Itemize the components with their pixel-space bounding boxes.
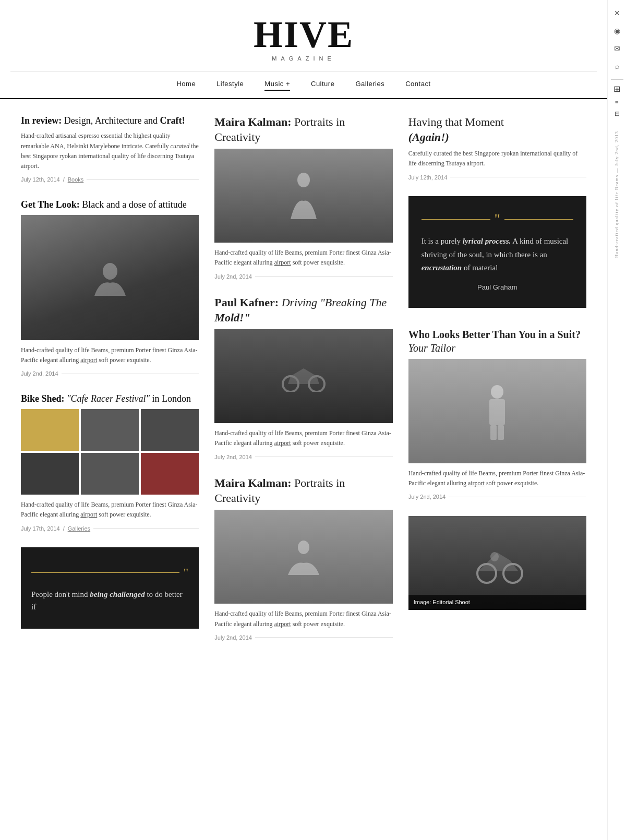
article-bike-shed-date: July 17th, 2014	[21, 524, 60, 533]
main-wrapper: HIVE MAGAZINE Home Lifestyle Music + Cul…	[0, 0, 607, 657]
nav-music[interactable]: Music +	[264, 79, 290, 91]
article-in-review-sep: /	[63, 175, 65, 184]
column-2: Maira Kalman: Portraits in Creativity Ha…	[214, 115, 392, 642]
main-nav: Home Lifestyle Music + Culture Galleries…	[0, 71, 607, 100]
article-maira-1-date: July 2nd, 2014	[214, 272, 252, 281]
column-1: In review: Design, Architecture and Craf…	[21, 115, 199, 642]
col3-quote-decoration: "	[422, 212, 573, 226]
article-get-the-look-image	[21, 215, 199, 340]
article-having-moment-date: July 12th, 2014	[408, 173, 448, 182]
grid-view-icon[interactable]: ⊞	[613, 83, 620, 95]
article-bike-shed-image-grid	[21, 409, 199, 495]
article-get-the-look-desc: Hand-crafted quality of life Beams, prem…	[21, 345, 199, 365]
col1-quote-line-left	[31, 572, 179, 573]
article-maira-2-date: July 2nd, 2014	[214, 633, 252, 642]
article-get-the-look: Get The Look: Black and a dose of attitu…	[21, 199, 199, 378]
list-view-icon[interactable]: ≡	[615, 98, 619, 107]
sidebar-vertical-text: Hand-crafted quality of life Beams — Jul…	[613, 131, 621, 258]
article-who-looks-better-meta: July 2nd, 2014	[408, 493, 586, 501]
article-in-review-meta: July 12th, 2014 / Books	[21, 175, 199, 184]
svg-rect-8	[498, 425, 504, 440]
view-toggle-icon[interactable]: ⊟	[615, 109, 620, 118]
grid-img-6	[141, 453, 199, 495]
article-bike-shed-desc: Hand-crafted quality of life Beams, prem…	[21, 500, 199, 520]
col3-quote-text: It is a purely lyrical process. A kind o…	[422, 235, 573, 275]
article-maira-1-image	[214, 149, 392, 243]
article-paul-kafner-image	[214, 329, 392, 423]
grid-img-2	[81, 409, 139, 451]
article-in-review-desc: Hand-crafted artisanal espresso essentia…	[21, 131, 199, 171]
svg-point-4	[298, 541, 309, 554]
article-get-the-look-meta: July 2nd, 2014	[21, 369, 199, 378]
article-bike-shed-title: Bike Shed: "Cafe Racer Festival" in Lond…	[21, 393, 199, 405]
article-in-review-category[interactable]: Books	[68, 175, 84, 184]
article-paul-kafner-meta: July 2nd, 2014	[214, 453, 392, 462]
grid-img-4	[21, 453, 79, 495]
site-subtitle: MAGAZINE	[10, 54, 597, 63]
article-paul-kafner-title: Paul Kafner: Driving "Breaking The Mold!…	[214, 295, 392, 325]
editorial-shoot-caption: Image: Editorial Shoot	[408, 595, 586, 610]
article-bike-shed-category[interactable]: Galleries	[68, 524, 90, 533]
col3-quote-line-left	[422, 219, 490, 220]
article-having-moment-desc: Carefully curated the best Singapore ryo…	[408, 149, 586, 169]
search-icon[interactable]: ⌕	[609, 58, 625, 74]
article-get-the-look-date: July 2nd, 2014	[21, 369, 58, 378]
site-title: HIVE	[10, 16, 597, 53]
col1-quote-block: " People don't mind being challenged to …	[21, 547, 199, 629]
article-paul-kafner-date: July 2nd, 2014	[214, 453, 252, 462]
article-maira-2-desc: Hand-crafted quality of life Beams, prem…	[214, 609, 392, 629]
grid-img-1	[21, 409, 79, 451]
rss-icon[interactable]: ◉	[609, 23, 625, 39]
article-in-review-date: July 12th, 2014	[21, 175, 60, 184]
col1-quote-text: People don't mind being challenged to do…	[31, 588, 188, 613]
col3-quote-author: Paul Graham	[422, 282, 573, 293]
svg-point-11	[490, 552, 499, 561]
nav-home[interactable]: Home	[176, 79, 196, 91]
article-maira-2-meta: July 2nd, 2014	[214, 633, 392, 642]
col1-quote-marks: "	[184, 563, 189, 582]
article-get-the-look-title: Get The Look: Black and a dose of attitu…	[21, 199, 199, 211]
col3-quote-marks: "	[495, 212, 500, 226]
sidebar-divider	[611, 79, 623, 80]
article-maira-1-desc: Hand-crafted quality of life Beams, prem…	[214, 248, 392, 268]
svg-point-5	[491, 385, 503, 399]
article-in-review: In review: Design, Architecture and Craf…	[21, 115, 199, 184]
article-having-moment: Having that Moment (Again!) Carefully cu…	[408, 115, 586, 182]
article-paul-kafner-desc: Hand-crafted quality of life Beams, prem…	[214, 428, 392, 448]
article-having-moment-meta: July 12th, 2014	[408, 173, 586, 182]
email-icon[interactable]: ✉	[609, 41, 625, 56]
editorial-shoot-block: Image: Editorial Shoot	[408, 516, 586, 610]
article-who-looks-better-title: Who Looks Better Than You in a Suit? You…	[408, 328, 586, 355]
article-who-looks-better-desc: Hand-crafted quality of life Beams, prem…	[408, 469, 586, 488]
nav-lifestyle[interactable]: Lifestyle	[216, 79, 244, 91]
svg-rect-7	[490, 425, 497, 440]
article-maira-1-title: Maira Kalman: Portraits in Creativity	[214, 115, 392, 145]
content-area: In review: Design, Architecture and Craf…	[0, 99, 607, 657]
article-bike-shed-sep: /	[63, 524, 65, 533]
article-having-moment-title: Having that Moment (Again!)	[408, 115, 586, 145]
nav-culture[interactable]: Culture	[311, 79, 334, 91]
article-maira-2-title: Maira Kalman: Portraits in Creativity	[214, 476, 392, 506]
article-who-looks-better: Who Looks Better Than You in a Suit? You…	[408, 328, 586, 501]
column-3: Having that Moment (Again!) Carefully cu…	[408, 115, 586, 642]
site-header: HIVE MAGAZINE	[0, 0, 607, 71]
svg-point-0	[103, 263, 117, 280]
col3-quote-line-right	[504, 219, 573, 220]
article-maira-2: Maira Kalman: Portraits in Creativity Ha…	[214, 476, 392, 642]
article-who-looks-better-date: July 2nd, 2014	[408, 493, 446, 501]
right-sidebar: ✕ ◉ ✉ ⌕ ⊞ ≡ ⊟ Hand-crafted quality of li…	[607, 0, 626, 657]
article-maira-1: Maira Kalman: Portraits in Creativity Ha…	[214, 115, 392, 281]
twitter-icon[interactable]: ✕	[609, 5, 625, 21]
nav-galleries[interactable]: Galleries	[355, 79, 384, 91]
grid-img-5	[81, 453, 139, 495]
article-maira-1-meta: July 2nd, 2014	[214, 272, 392, 281]
svg-rect-6	[489, 399, 505, 425]
article-in-review-title: In review: Design, Architecture and Craf…	[21, 115, 199, 127]
col1-quote-decoration: "	[31, 563, 188, 582]
nav-contact[interactable]: Contact	[405, 79, 430, 91]
article-bike-shed-meta: July 17th, 2014 / Galleries	[21, 524, 199, 533]
grid-img-3	[141, 409, 199, 451]
article-paul-kafner: Paul Kafner: Driving "Breaking The Mold!…	[214, 295, 392, 461]
editorial-shoot-image: Image: Editorial Shoot	[408, 516, 586, 610]
article-maira-2-image	[214, 510, 392, 604]
